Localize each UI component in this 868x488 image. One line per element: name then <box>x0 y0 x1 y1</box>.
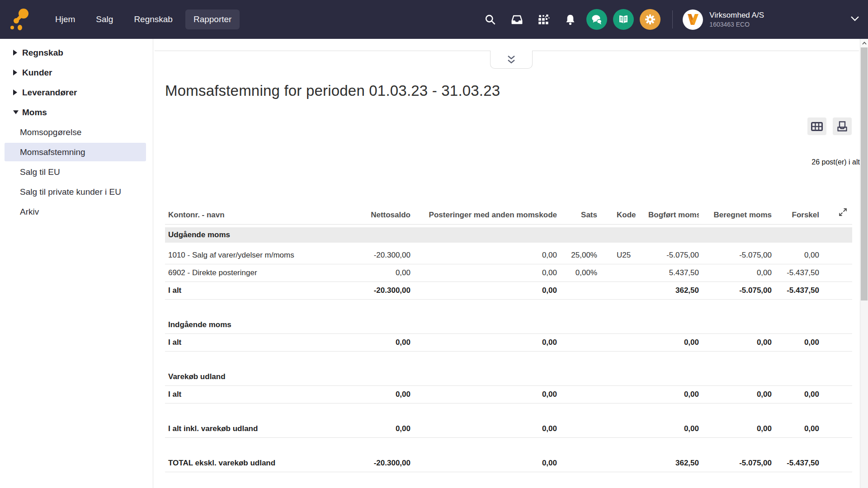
table-section: TOTAL ekskl. varekøb udland-20.300,000,0… <box>165 455 852 472</box>
cell-value: -5.075,00 <box>648 251 699 260</box>
cell-value: 0,00 <box>699 424 772 433</box>
cell-value: 0,00 <box>772 251 819 260</box>
table-row: I alt inkl. varekøb udland0,000,000,000,… <box>165 420 852 438</box>
table-row: 6902 - Direkte posteringer0,000,000,00%5… <box>165 264 852 282</box>
cell-account-name: I alt <box>165 286 337 295</box>
section-header-label: Varekøb udland <box>165 372 852 381</box>
cell-value: 0,00 <box>648 424 699 433</box>
cell-value: -5.075,00 <box>699 286 772 295</box>
column-header[interactable]: Posteringer med anden momskode <box>410 211 557 220</box>
scroll-up-arrow-icon[interactable] <box>860 39 868 47</box>
cell-value: -5.437,50 <box>772 459 819 468</box>
cell-value: -20.300,00 <box>337 286 410 295</box>
fullscreen-expand-icon[interactable] <box>838 207 848 219</box>
chevron-right-icon <box>13 70 19 75</box>
cell-value: 0,00 <box>699 390 772 399</box>
cell-value: -5.437,50 <box>772 286 819 295</box>
cell-value: 0,00 <box>410 251 557 260</box>
page-title: Momsafstemning for perioden 01.03.23 - 3… <box>165 82 500 99</box>
company-name: Virksomhed A/S <box>709 10 764 20</box>
sidebar-item-arkiv[interactable]: Arkiv <box>5 202 146 221</box>
chevron-down-icon <box>13 110 19 114</box>
help-book-icon[interactable] <box>613 9 634 30</box>
print-button[interactable] <box>833 117 852 135</box>
table-icon <box>811 121 823 132</box>
support-chat-icon[interactable] <box>586 9 607 30</box>
column-header[interactable]: Forskel <box>772 211 819 220</box>
cell-value: 0,00 <box>337 338 410 347</box>
sidebar-item-regnskab[interactable]: Regnskab <box>0 43 153 62</box>
cell-value: 362,50 <box>648 286 699 295</box>
filter-panel-border <box>533 51 859 51</box>
vertical-scrollbar[interactable] <box>860 39 868 488</box>
top-navbar: Hjem Salg Regnskab Rapporter <box>0 0 868 39</box>
cell-value: 25,00% <box>557 251 597 260</box>
settings-gear-icon[interactable] <box>640 9 660 30</box>
section-header-row: Udgående moms <box>165 227 852 243</box>
app-logo-icon[interactable] <box>10 8 30 31</box>
cell-value: 362,50 <box>648 459 699 468</box>
section-header-label: Indgående moms <box>165 320 852 329</box>
notifications-bell-icon[interactable] <box>560 9 580 30</box>
cell-value: 0,00 <box>410 459 557 468</box>
apps-grid-icon[interactable] <box>533 9 554 30</box>
expand-filter-panel-button[interactable] <box>490 51 533 69</box>
sidebar-item-momsafstemning[interactable]: Momsafstemning <box>5 143 146 161</box>
table-section: Indgående momsI alt0,000,000,000,000,00 <box>165 316 852 352</box>
cell-account-name: TOTAL ekskl. varekøb udland <box>165 459 337 468</box>
column-header[interactable]: Kode <box>597 211 648 220</box>
nav-item-regnskab[interactable]: Regnskab <box>126 9 181 29</box>
cell-account-name: I alt <box>165 390 337 399</box>
account-menu[interactable]: Virksomhed A/S 1603463 ECO <box>683 9 764 30</box>
column-header[interactable]: Bogført moms <box>648 211 699 220</box>
table-view-button[interactable] <box>807 117 826 135</box>
cell-value: 0,00 <box>337 424 410 433</box>
sidebar-item-salg-til-eu[interactable]: Salg til EU <box>5 163 146 181</box>
column-header[interactable]: Sats <box>557 211 597 220</box>
cell-value: 0,00 <box>410 338 557 347</box>
navbar-divider <box>672 10 673 28</box>
sidebar-item-kunder[interactable]: Kunder <box>0 63 153 82</box>
search-icon[interactable] <box>480 9 500 30</box>
sidebar-item-moms[interactable]: Moms <box>0 103 153 122</box>
cell-value: 0,00 <box>699 268 772 277</box>
main-content: Momsafstemning for perioden 01.03.23 - 3… <box>154 39 860 488</box>
table-section: Varekøb udlandI alt0,000,000,000,000,00 <box>165 368 852 404</box>
filter-panel-border <box>155 51 490 51</box>
account-chevron-down-icon[interactable] <box>850 15 860 23</box>
cell-value: 0,00 <box>337 390 410 399</box>
table-header-row: Kontonr. - navn Nettosaldo Posteringer m… <box>165 206 852 225</box>
record-count: 26 post(er) i alt <box>811 158 860 166</box>
cell-value: 0,00 <box>772 424 819 433</box>
cell-value: 0,00 <box>772 390 819 399</box>
main-nav: Hjem Salg Regnskab Rapporter <box>47 9 240 29</box>
sidebar-item-leverandorer[interactable]: Leverandører <box>0 83 153 102</box>
nav-item-salg[interactable]: Salg <box>88 9 121 29</box>
cell-account-name: I alt inkl. varekøb udland <box>165 424 337 433</box>
section-header-row: Indgående moms <box>165 316 852 334</box>
column-header[interactable]: Nettosaldo <box>337 211 410 220</box>
print-icon <box>836 121 848 132</box>
table-row: 1010 - Salg af varer/ydelser m/moms-20.3… <box>165 247 852 264</box>
company-avatar <box>683 9 703 30</box>
section-header-row: Varekøb udland <box>165 368 852 386</box>
table-row: I alt-20.300,000,00362,50-5.075,00-5.437… <box>165 282 852 300</box>
column-header[interactable]: Kontonr. - navn <box>165 211 337 220</box>
inbox-icon[interactable] <box>506 9 527 30</box>
scrollbar-thumb[interactable] <box>861 47 868 300</box>
cell-value: 0,00 <box>410 424 557 433</box>
nav-item-hjem[interactable]: Hjem <box>47 9 83 29</box>
vat-table-body: Udgående moms1010 - Salg af varer/ydelse… <box>165 227 852 488</box>
table-row: I alt0,000,000,000,000,00 <box>165 386 852 404</box>
vat-reconciliation-table: Kontonr. - navn Nettosaldo Posteringer m… <box>165 206 852 488</box>
nav-item-rapporter[interactable]: Rapporter <box>185 9 240 29</box>
cell-value: 0,00% <box>557 268 597 277</box>
sidebar-item-momsopgorelse[interactable]: Momsopgørelse <box>5 123 146 141</box>
cell-account-name: 6902 - Direkte posteringer <box>165 268 337 277</box>
cell-value: 0,00 <box>410 268 557 277</box>
cell-value: -5.075,00 <box>699 459 772 468</box>
sidebar-item-salg-til-private-kunder-i-eu[interactable]: Salg til private kunder i EU <box>5 183 146 201</box>
table-section: I alt inkl. varekøb udland0,000,000,000,… <box>165 420 852 438</box>
cell-value: 0,00 <box>410 286 557 295</box>
column-header[interactable]: Beregnet moms <box>699 211 772 220</box>
